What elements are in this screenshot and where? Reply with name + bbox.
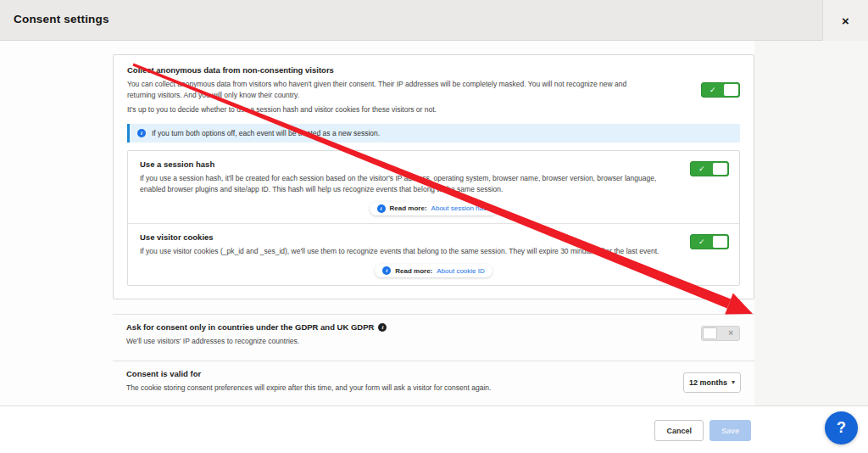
session-hash-heading: Use a session hash [140,159,727,169]
info-icon: i [377,204,386,213]
anonymous-data-card: Collect anonymous data from non-consenti… [113,54,754,299]
info-icon: i [137,129,146,137]
cross-icon: × [728,327,733,339]
visitor-cookies-heading: Use visitor cookies [140,232,727,242]
session-hash-toggle[interactable]: ✓ [690,161,729,176]
toggle-knob [713,236,727,248]
chevron-down-icon: ▾ [732,379,735,386]
gdpr-section: Ask for consent only in countries under … [113,314,754,361]
modal-footer: Cancel Save ? [0,405,868,453]
gdpr-description: We'll use visitors' IP addresses to reco… [126,336,656,347]
gdpr-info-icon[interactable]: i [378,323,387,332]
read-more-label: Read more: [390,204,427,212]
visitor-cookies-section: Use visitor cookies ✓ If you use visitor… [128,223,739,285]
visitor-cookies-description: If you use visitor cookies (_pk_id and _… [140,246,659,257]
gdpr-toggle[interactable]: × [701,326,740,341]
anonymous-data-note: It's up to you to decide whether to use … [127,104,655,115]
cancel-button[interactable]: Cancel [654,420,704,441]
validity-section: Consent is valid for The cookie storing … [113,361,754,405]
anonymous-options-box: Use a session hash ✓ If you use a sessio… [127,150,740,287]
info-banner-text: If you turn both options off, each event… [152,129,380,137]
validity-description: The cookie storing consent preferences w… [126,383,656,394]
session-hash-link[interactable]: About session hash [431,204,491,212]
check-icon: ✓ [698,164,705,174]
anonymous-data-description: You can collect anonymous data from visi… [127,79,655,101]
save-button[interactable]: Save [709,420,751,441]
help-button[interactable]: ? [825,411,858,445]
gdpr-heading: Ask for consent only in countries under … [126,322,374,332]
page-title: Consent settings [14,13,109,25]
validity-select-value: 12 months [689,378,727,387]
validity-heading: Consent is valid for [126,369,741,378]
toggle-knob [713,163,727,175]
validity-select[interactable]: 12 months ▾ [683,372,741,393]
toggle-knob [724,84,738,96]
read-more-session-hash[interactable]: i Read more: About session hash [370,202,498,215]
modal-header: Consent settings × [0,0,868,41]
toggle-knob [703,327,717,339]
check-icon: ✓ [698,237,705,247]
close-icon: × [842,14,849,27]
read-more-cookie-id[interactable]: i Read more: About cookie ID [375,264,492,277]
read-more-label: Read more: [395,267,432,275]
info-icon: i [382,266,391,275]
check-icon: ✓ [709,85,716,95]
question-icon: ? [837,419,846,437]
info-banner: i If you turn both options off, each eve… [127,124,740,143]
visitor-cookies-toggle[interactable]: ✓ [690,234,729,249]
cookie-id-link[interactable]: About cookie ID [437,267,484,275]
close-button[interactable]: × [822,0,868,41]
consent-settings-modal: Consent settings × Collect anonymous dat… [0,0,868,453]
session-hash-description: If you use a session hash, it'll be crea… [140,173,659,195]
session-hash-section: Use a session hash ✓ If you use a sessio… [128,151,739,223]
anonymous-data-toggle[interactable]: ✓ [701,82,740,98]
anonymous-data-heading: Collect anonymous data from non-consenti… [127,65,740,75]
content-side-panel [754,41,868,405]
